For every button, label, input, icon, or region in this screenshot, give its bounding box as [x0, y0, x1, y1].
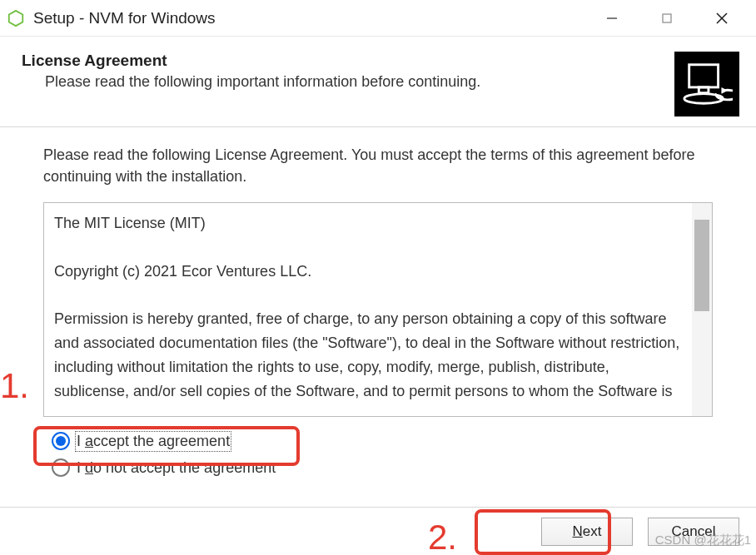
wizard-footer: Next Cancel	[0, 507, 756, 555]
svg-rect-5	[689, 65, 719, 87]
svg-marker-8	[721, 87, 728, 94]
maximize-button[interactable]	[639, 2, 694, 35]
reject-radio-label: I do not accept the agreement	[77, 459, 276, 477]
accept-radio-group: I accept the agreement I do not accept t…	[52, 432, 713, 477]
svg-rect-2	[663, 14, 671, 22]
titlebar: Setup - NVM for Windows	[0, 0, 756, 37]
page-title: License Agreement	[22, 52, 668, 70]
svg-marker-0	[9, 10, 23, 25]
next-button[interactable]: Next	[541, 518, 633, 546]
cancel-button[interactable]: Cancel	[648, 518, 739, 546]
svg-rect-6	[699, 87, 709, 93]
scrollbar-thumb[interactable]	[694, 220, 709, 311]
window-title: Setup - NVM for Windows	[33, 9, 584, 27]
page-subtitle: Please read the following important info…	[45, 73, 668, 91]
close-button[interactable]	[694, 2, 749, 35]
window-controls	[584, 2, 749, 35]
scrollbar[interactable]	[692, 203, 712, 416]
radio-icon	[52, 432, 70, 450]
minimize-button[interactable]	[584, 2, 639, 35]
radio-icon	[52, 458, 70, 477]
license-text: The MIT License (MIT) Copyright (c) 2021…	[54, 211, 687, 403]
wizard-header: License Agreement Please read the follow…	[0, 37, 756, 126]
license-textbox[interactable]: The MIT License (MIT) Copyright (c) 2021…	[43, 202, 713, 417]
accept-radio[interactable]: I accept the agreement	[52, 432, 713, 450]
instruction-text: Please read the following License Agreem…	[43, 144, 713, 187]
content-area: Please read the following License Agreem…	[0, 127, 756, 477]
app-icon	[7, 9, 25, 27]
reject-radio[interactable]: I do not accept the agreement	[52, 458, 713, 477]
accept-radio-label: I accept the agreement	[77, 433, 230, 450]
installer-icon	[674, 52, 739, 116]
